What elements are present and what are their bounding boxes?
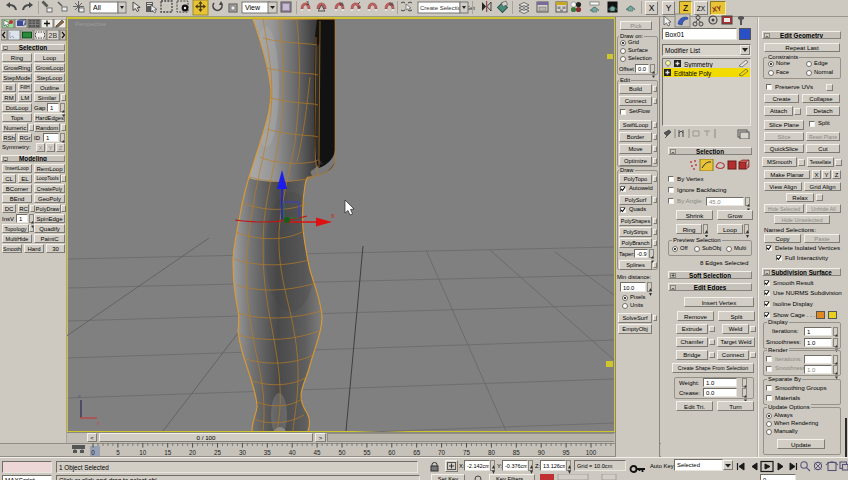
svg-text:x: x	[97, 420, 100, 426]
svg-text:%: %	[339, 1, 344, 7]
svg-text:View: View	[245, 4, 261, 11]
svg-text:75: 75	[463, 449, 471, 456]
svg-text:100: 100	[586, 449, 597, 456]
svg-text:z: z	[78, 393, 81, 399]
svg-text:15: 15	[164, 449, 172, 456]
svg-text:80: 80	[488, 449, 496, 456]
svg-text:5: 5	[116, 449, 120, 456]
svg-text:XY: XY	[712, 4, 723, 13]
svg-text:45: 45	[314, 449, 322, 456]
svg-text:85: 85	[513, 449, 521, 456]
svg-text:70: 70	[438, 449, 446, 456]
svg-text:95: 95	[563, 449, 571, 456]
svg-text:Perspective: Perspective	[75, 21, 107, 27]
svg-text:2B: 2B	[49, 32, 58, 39]
svg-text:25: 25	[214, 449, 222, 456]
svg-text:65: 65	[413, 449, 421, 456]
svg-text:40: 40	[289, 449, 297, 456]
svg-text:x: x	[331, 212, 335, 219]
svg-text:3: 3	[306, 0, 309, 6]
svg-text:90: 90	[538, 449, 546, 456]
svg-text:50: 50	[338, 449, 346, 456]
svg-text:30: 30	[239, 449, 247, 456]
svg-text:60: 60	[388, 449, 396, 456]
svg-text:55: 55	[363, 449, 371, 456]
svg-text:35: 35	[264, 449, 272, 456]
svg-text:0: 0	[91, 449, 95, 456]
svg-text:All: All	[93, 4, 101, 11]
svg-text:10: 10	[139, 449, 147, 456]
svg-text:20: 20	[189, 449, 197, 456]
svg-text:%: %	[389, 1, 394, 7]
